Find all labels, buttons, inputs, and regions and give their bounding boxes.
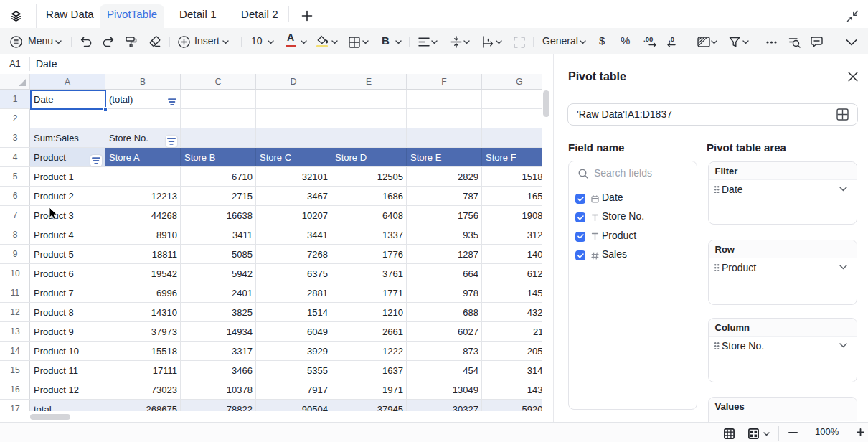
svg-text:.0: .0 <box>669 36 674 43</box>
svg-text:.00: .00 <box>643 36 653 43</box>
